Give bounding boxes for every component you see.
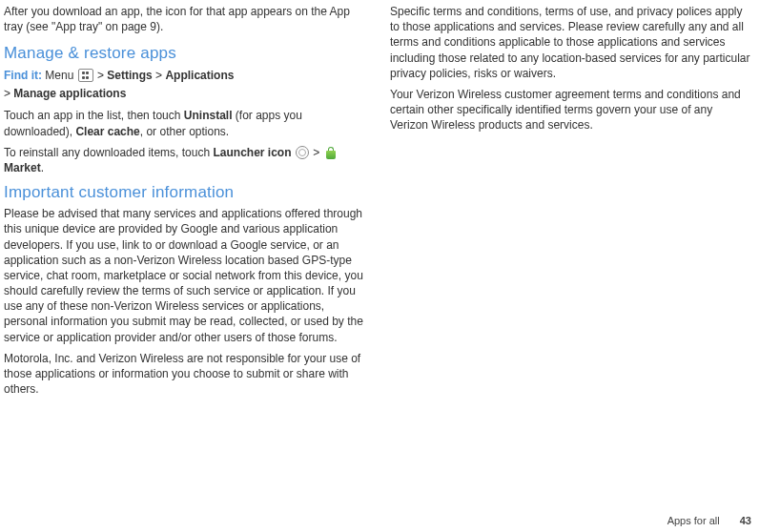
column-right: Specific terms and conditions, terms of … xyxy=(390,4,751,402)
find-it-applications: Applications xyxy=(165,69,234,82)
manage-paragraph-reinstall: To reinstall any downloaded items, touch… xyxy=(4,145,365,175)
content-columns: After you download an app, the icon for … xyxy=(4,4,751,402)
find-it-sep3: > xyxy=(4,87,13,100)
text: , or other options. xyxy=(140,125,229,138)
launcher-label: Launcher icon xyxy=(213,146,291,159)
intro-paragraph: After you download an app, the icon for … xyxy=(4,4,365,34)
find-it-manage-apps: Manage applications xyxy=(13,87,126,100)
text: Touch an app in the list, then touch xyxy=(4,109,184,122)
footer-page-number: 43 xyxy=(740,515,751,526)
text: To reinstall any downloaded items, touch xyxy=(4,146,213,159)
heading-manage-restore: Manage & restore apps xyxy=(4,44,365,63)
page-footer: Apps for all 43 xyxy=(667,515,751,526)
menu-grid-icon xyxy=(78,69,93,82)
find-it-sep2: > xyxy=(153,69,166,82)
text: . xyxy=(41,161,44,174)
launcher-icon xyxy=(296,146,309,159)
heading-important-info: Important customer information xyxy=(4,183,365,202)
text: > xyxy=(310,146,323,159)
column-left: After you download an app, the icon for … xyxy=(4,4,365,402)
find-it-label: Find it: xyxy=(4,69,42,82)
find-it-settings: Settings xyxy=(107,69,152,82)
clear-cache-label: Clear cache xyxy=(75,125,139,138)
footer-section-name: Apps for all xyxy=(667,515,720,526)
find-it-line-1: Find it: Menu > Settings > Applications xyxy=(4,67,365,84)
find-it-line-2: > Manage applications xyxy=(4,85,365,102)
market-icon xyxy=(324,146,338,159)
right-paragraph-1: Specific terms and conditions, terms of … xyxy=(390,4,751,81)
important-paragraph-1: Please be advised that many services and… xyxy=(4,206,365,345)
uninstall-label: Uninstall xyxy=(184,109,233,122)
market-label: Market xyxy=(4,161,41,174)
important-paragraph-2: Motorola, Inc. and Verizon Wireless are … xyxy=(4,351,365,398)
right-paragraph-2: Your Verizon Wireless customer agreement… xyxy=(390,87,751,133)
find-it-menu-text: Menu xyxy=(42,69,77,82)
find-it-sep1: > xyxy=(94,69,108,82)
manage-paragraph-uninstall: Touch an app in the list, then touch Uni… xyxy=(4,108,365,138)
